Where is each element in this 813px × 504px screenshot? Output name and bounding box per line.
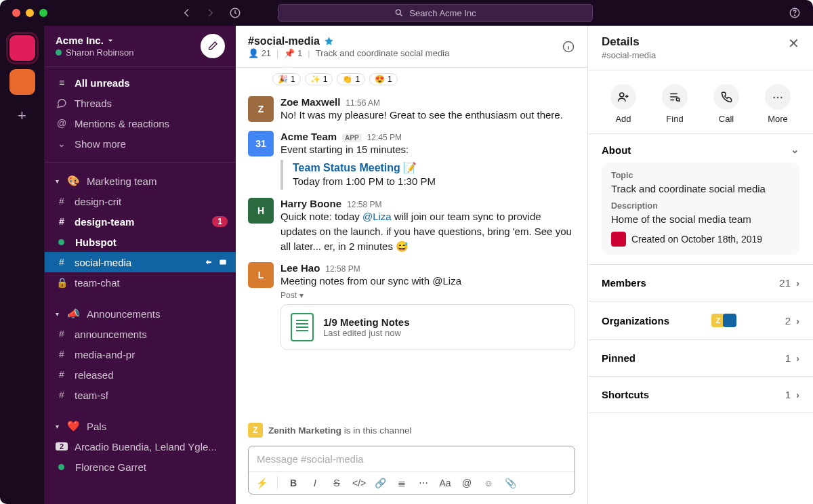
threads-icon — [56, 98, 68, 108]
document-icon — [291, 313, 314, 341]
details-call-button[interactable]: Call — [713, 84, 739, 124]
message-time: 12:45 PM — [367, 133, 402, 142]
channel-team-chat[interactable]: 🔒team-chat — [45, 272, 236, 293]
message-time: 12:58 PM — [347, 200, 381, 209]
message-time: 11:56 AM — [346, 98, 380, 108]
members-row[interactable]: Members21› — [588, 265, 813, 301]
find-icon — [669, 91, 681, 103]
workspace-switch-2[interactable] — [9, 69, 35, 95]
about-section-toggle[interactable]: About⌄ — [602, 144, 799, 156]
channel-team-sf[interactable]: #team-sf — [45, 385, 236, 405]
italic-button[interactable]: I — [309, 478, 321, 488]
avatar[interactable]: 31 — [248, 131, 274, 156]
details-subtitle: #social-media — [602, 50, 656, 60]
channel-announcements[interactable]: #announcements — [45, 324, 236, 344]
channel-released[interactable]: #released — [45, 364, 236, 385]
history-icon[interactable] — [229, 7, 241, 19]
section-marketing[interactable]: ▾🎨Marketing team — [45, 171, 236, 191]
channel-design-team[interactable]: #design-team1 — [45, 211, 236, 232]
bold-button[interactable]: B — [287, 478, 299, 488]
message: Z Zoe Maxwell11:56 AM No! It was my plea… — [236, 92, 587, 127]
link-button[interactable]: 🔗 — [374, 478, 386, 488]
pinned-row[interactable]: Pinned1› — [588, 340, 813, 377]
workspace-menu[interactable]: Acme Inc. — [56, 35, 133, 46]
back-icon[interactable] — [182, 7, 192, 18]
attach-button[interactable]: 📎 — [504, 478, 516, 488]
channel-hubspot[interactable]: Hubspot — [45, 232, 236, 252]
strike-button[interactable]: S — [331, 478, 343, 488]
section-pals[interactable]: ▾❤️Pals — [45, 416, 236, 436]
shortcuts-row[interactable]: Shortcuts1› — [588, 377, 813, 413]
post-toggle[interactable]: Post ▾ — [280, 291, 575, 300]
add-workspace-button[interactable]: + — [9, 103, 35, 129]
channel-design-crit[interactable]: #design-crit — [45, 191, 236, 211]
message: L Lee Hao12:58 PM Meeting notes from our… — [236, 258, 587, 355]
app-badge: APP — [342, 133, 362, 142]
message-author[interactable]: Acme Team — [280, 131, 337, 142]
pins-icon[interactable]: 📌 1 — [284, 48, 302, 58]
channel-subtitle: 👤 21| 📌 1| Track and coordinate social m… — [248, 48, 449, 58]
compose-button[interactable] — [201, 34, 225, 58]
shortcut-icon[interactable]: ⚡ — [255, 478, 268, 488]
window-controls[interactable] — [12, 9, 47, 17]
reactions-row: 🎉1 ✨1 👏1 😍1 — [236, 70, 587, 92]
reaction[interactable]: ✨1 — [305, 73, 333, 85]
reaction[interactable]: 🎉1 — [272, 73, 301, 85]
composer-input[interactable]: Message #social-media — [249, 446, 575, 471]
message-text: Quick note: today @Liza will join our te… — [280, 209, 575, 253]
phone-icon — [720, 91, 732, 103]
message-author[interactable]: Zoe Maxwell — [280, 96, 340, 108]
reaction[interactable]: 👏1 — [337, 73, 365, 85]
topic-value: Track and coordinate social media — [611, 183, 790, 194]
details-find-button[interactable]: Find — [662, 84, 688, 124]
mention-button[interactable]: @ — [461, 478, 473, 488]
code-button[interactable]: </> — [352, 478, 364, 488]
dm-arcadio[interactable]: 2Arcadio Buendia, Leland Ygle... — [45, 436, 236, 457]
emoji-button[interactable]: ☺ — [482, 478, 495, 488]
search-input[interactable]: Search Acme Inc — [278, 4, 593, 22]
message-author[interactable]: Harry Boone — [280, 198, 341, 209]
reaction[interactable]: 😍1 — [369, 73, 398, 85]
message-author[interactable]: Lee Hao — [280, 262, 320, 274]
nav-show-more[interactable]: ⌄Show more — [45, 133, 236, 154]
post-card[interactable]: 1/9 Meeting NotesLast edited just now — [280, 304, 575, 350]
forward-icon[interactable] — [205, 7, 215, 18]
shared-channel-notice: Z Zenith Marketing is in this channel — [236, 419, 587, 442]
creator-avatar[interactable] — [611, 232, 626, 247]
avatar[interactable]: H — [248, 198, 274, 224]
more-icon: ⋯ — [765, 84, 791, 110]
channel-title[interactable]: #social-media — [248, 35, 449, 47]
text-style-button[interactable]: Aa — [439, 478, 451, 488]
nav-threads[interactable]: Threads — [45, 93, 236, 113]
nav-mentions[interactable]: @Mentions & reactions — [45, 113, 236, 133]
message-text: Meeting notes from our sync with @Liza — [280, 274, 575, 289]
workspace-switch-acme[interactable] — [9, 35, 35, 61]
members-icon[interactable]: 👤 21 — [248, 48, 271, 58]
channel-social-media[interactable]: #social-media — [45, 252, 236, 272]
avatar[interactable]: L — [248, 262, 274, 288]
message: H Harry Boone12:58 PM Quick note: today … — [236, 194, 587, 257]
help-icon[interactable] — [789, 7, 801, 19]
star-icon[interactable] — [324, 36, 334, 46]
message-composer[interactable]: Message #social-media ⚡ B I S </> 🔗 ≣ ⋯ … — [248, 446, 575, 495]
topic-label: Topic — [611, 171, 790, 180]
mention[interactable]: @Liza — [362, 211, 392, 222]
details-more-button[interactable]: ⋯More — [765, 84, 791, 124]
channel-media-and-pr[interactable]: #media-and-pr — [45, 344, 236, 364]
details-add-button[interactable]: Add — [610, 84, 636, 124]
description-label: Description — [611, 201, 790, 211]
nav-all-unreads[interactable]: ≡All unreads — [45, 72, 236, 93]
message-text: Event starting in 15 minutes: — [280, 142, 575, 157]
close-details-button[interactable]: ✕ — [788, 35, 799, 51]
section-announcements[interactable]: ▾📣Announcements — [45, 303, 236, 324]
more-formatting[interactable]: ⋯ — [417, 478, 430, 488]
add-person-icon — [617, 91, 629, 103]
dm-florence[interactable]: Florence Garret — [45, 457, 236, 477]
organizations-row[interactable]: OrganizationsZ2› — [588, 301, 813, 340]
svg-point-1 — [396, 9, 401, 14]
avatar[interactable]: Z — [248, 96, 274, 122]
event-block[interactable]: Team Status Meeting 📝 Today from 1:00 PM… — [280, 160, 575, 190]
channel-details-icon[interactable] — [562, 40, 575, 54]
description-value: Home of the social media team — [611, 213, 790, 225]
list-button[interactable]: ≣ — [396, 478, 408, 488]
